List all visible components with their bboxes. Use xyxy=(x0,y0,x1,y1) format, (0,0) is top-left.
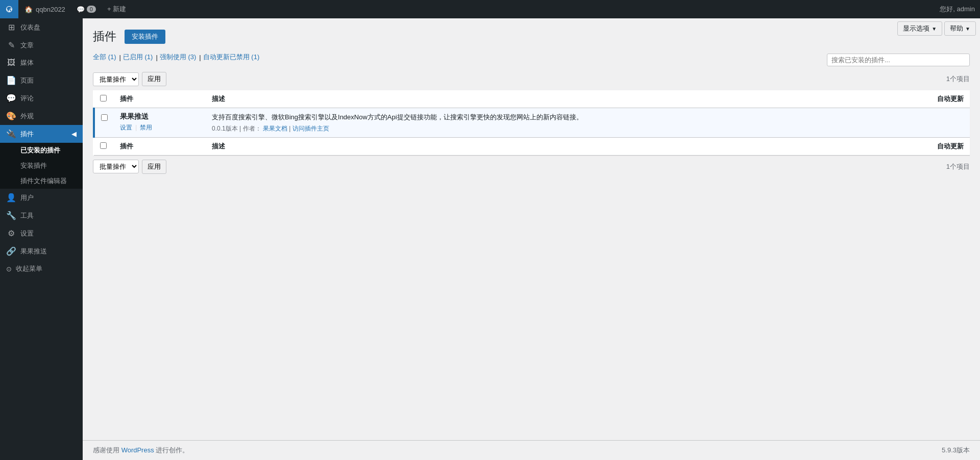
sidebar-item-label: 媒体 xyxy=(20,58,34,67)
col-header-desc: 描述 xyxy=(206,90,899,108)
adminbar-left: 🏠 qqbn2022 💬 0 + 新建 xyxy=(0,0,132,18)
sidebar-item-label: 仪表盘 xyxy=(20,23,40,32)
col-footer-plugin: 插件 xyxy=(114,137,206,155)
pages-icon: 📄 xyxy=(6,75,16,85)
wp-logo[interactable] xyxy=(0,0,18,18)
sidebar-item-label: 文章 xyxy=(20,41,34,50)
search-box xyxy=(827,54,970,66)
comments-nav-icon: 💬 xyxy=(6,93,16,103)
footer: 感谢使用 WordPress 进行创作。 5.9.3版本 xyxy=(83,440,980,460)
screen-options-bar: 显示选项 ▼ 帮助 ▼ xyxy=(893,18,980,39)
plugin-author-link[interactable]: 果果文档 xyxy=(263,125,287,132)
sidebar-item-label: 设置 xyxy=(20,229,34,238)
sidebar-item-label: 插件 xyxy=(20,130,34,139)
plugin-checkbox[interactable] xyxy=(101,114,108,121)
plugin-settings-link[interactable]: 设置 xyxy=(120,123,132,132)
select-all-checkbox-top[interactable] xyxy=(100,95,107,101)
guoguo-icon: 🔗 xyxy=(6,246,16,256)
collapse-menu[interactable]: ⊙ 收起菜单 xyxy=(0,260,83,277)
sidebar: ⊞ 仪表盘 ✎ 文章 🖼 媒体 📄 页面 💬 评论 🎨 外观 🔌 插件 ◀ 已安… xyxy=(0,18,83,460)
bulk-action-select-bottom[interactable]: 批量操作 xyxy=(93,160,139,173)
plugins-submenu: 已安装的插件 安装插件 插件文件编辑器 xyxy=(0,143,83,189)
adminbar-right: 您好, admin xyxy=(940,5,980,14)
sidebar-item-settings[interactable]: ⚙ 设置 xyxy=(0,224,83,242)
sidebar-item-posts[interactable]: ✎ 文章 xyxy=(0,36,83,54)
sidebar-item-appearance[interactable]: 🎨 外观 xyxy=(0,107,83,125)
table-toolbar-bottom: 批量操作 应用 1个项目 xyxy=(93,160,970,174)
toolbar-left-top: 批量操作 应用 xyxy=(93,72,166,86)
col-header-auto-update: 自动更新 xyxy=(899,90,970,108)
footer-wp-link[interactable]: WordPress xyxy=(121,446,154,454)
sidebar-item-dashboard[interactable]: ⊞ 仪表盘 xyxy=(0,18,83,36)
filter-links: 全部 (1) | 已启用 (1) | 强制使用 (3) | 自动更新已禁用 (1… xyxy=(93,53,260,62)
table-toolbar-top: 批量操作 应用 1个项目 xyxy=(93,72,970,86)
apply-button-bottom[interactable]: 应用 xyxy=(142,160,166,174)
chevron-down-icon: ▼ xyxy=(932,26,937,32)
sidebar-item-label: 页面 xyxy=(20,76,34,85)
plugin-meta: 0.0.1版本 | 作者： 果果文档 | 访问插件主页 xyxy=(212,124,893,133)
settings-icon: ⚙ xyxy=(6,228,16,238)
sidebar-item-users[interactable]: 👤 用户 xyxy=(0,189,83,207)
collapse-icon: ⊙ xyxy=(6,265,12,273)
plugin-checkbox-cell xyxy=(94,108,114,138)
posts-icon: ✎ xyxy=(6,40,16,50)
tools-icon: 🔧 xyxy=(6,211,16,220)
home-icon: 🏠 xyxy=(24,6,33,13)
plugin-table: 插件 描述 自动更新 果果推送 设置 | 禁用 支持 xyxy=(93,90,970,156)
appearance-icon: 🎨 xyxy=(6,111,16,121)
sidebar-item-label: 工具 xyxy=(20,211,34,220)
sidebar-item-media[interactable]: 🖼 媒体 xyxy=(0,54,83,71)
plugin-desc-cell: 支持百度搜索引擎、微软Bing搜索引擎以及IndexNow方式的Api提交链接功… xyxy=(206,108,899,138)
filter-all[interactable]: 全部 (1) xyxy=(93,53,116,62)
bulk-action-select-top[interactable]: 批量操作 xyxy=(93,72,139,86)
users-icon: 👤 xyxy=(6,193,16,202)
plugins-icon: 🔌 xyxy=(6,129,16,139)
page-header: 插件 安装插件 xyxy=(93,29,970,44)
plugin-disable-link[interactable]: 禁用 xyxy=(140,123,152,132)
select-all-checkbox-bottom[interactable] xyxy=(100,142,107,149)
filter-auto-update-disabled[interactable]: 自动更新已禁用 (1) xyxy=(203,53,260,62)
search-input[interactable] xyxy=(827,54,970,66)
col-footer-cb xyxy=(94,137,114,155)
help-button[interactable]: 帮助 ▼ xyxy=(944,21,976,36)
sidebar-item-plugins[interactable]: 🔌 插件 ◀ xyxy=(0,125,83,143)
plugin-name: 果果推送 xyxy=(120,112,200,121)
filter-mustuse[interactable]: 强制使用 (3) xyxy=(160,53,197,62)
page-title: 插件 xyxy=(93,29,116,44)
plugin-auto-update-cell xyxy=(899,108,970,138)
sidebar-item-guoguo[interactable]: 🔗 果果推送 xyxy=(0,242,83,260)
display-options-button[interactable]: 显示选项 ▼ xyxy=(897,21,942,36)
adminbar-site-name[interactable]: 🏠 qqbn2022 xyxy=(18,0,71,18)
table-row: 果果推送 设置 | 禁用 支持百度搜索引擎、微软Bing搜索引擎以及IndexN… xyxy=(94,108,970,138)
col-header-cb xyxy=(94,90,114,108)
submenu-installed-plugins[interactable]: 已安装的插件 xyxy=(0,143,83,158)
table-row-footer: 插件 描述 自动更新 xyxy=(94,137,970,155)
admin-bar: 🏠 qqbn2022 💬 0 + 新建 您好, admin xyxy=(0,0,980,18)
col-footer-auto-update: 自动更新 xyxy=(899,137,970,155)
dashboard-icon: ⊞ xyxy=(6,22,16,32)
plugin-description: 支持百度搜索引擎、微软Bing搜索引擎以及IndexNow方式的Api提交链接功… xyxy=(212,112,893,122)
install-plugin-button[interactable]: 安装插件 xyxy=(125,30,165,44)
main-content: 插件 安装插件 全部 (1) | 已启用 (1) | 强制使用 (3) | 自动… xyxy=(83,18,980,460)
sidebar-item-label: 用户 xyxy=(20,193,34,202)
sidebar-item-tools[interactable]: 🔧 工具 xyxy=(0,207,83,224)
footer-version: 5.9.3版本 xyxy=(942,446,970,455)
sidebar-item-comments[interactable]: 💬 评论 xyxy=(0,89,83,107)
chevron-down-icon-help: ▼ xyxy=(965,26,970,32)
comments-icon: 💬 xyxy=(77,6,85,13)
adminbar-new[interactable]: + 新建 xyxy=(101,0,132,18)
apply-button-top[interactable]: 应用 xyxy=(142,72,166,86)
submenu-plugin-editor[interactable]: 插件文件编辑器 xyxy=(0,173,83,189)
filter-active[interactable]: 已启用 (1) xyxy=(123,53,153,62)
sidebar-item-pages[interactable]: 📄 页面 xyxy=(0,71,83,89)
submenu-add-new[interactable]: 安装插件 xyxy=(0,158,83,173)
plugin-actions: 设置 | 禁用 xyxy=(120,123,200,132)
sidebar-item-label: 外观 xyxy=(20,112,34,121)
plugins-arrow: ◀ xyxy=(71,130,77,138)
col-footer-desc: 描述 xyxy=(206,137,899,155)
plugin-name-cell: 果果推送 设置 | 禁用 xyxy=(114,108,206,138)
plugin-homepage-link[interactable]: 访问插件主页 xyxy=(292,125,329,132)
items-count-top: 1个项目 xyxy=(946,74,970,84)
col-header-plugin: 插件 xyxy=(114,90,206,108)
adminbar-comments[interactable]: 💬 0 xyxy=(71,0,101,18)
